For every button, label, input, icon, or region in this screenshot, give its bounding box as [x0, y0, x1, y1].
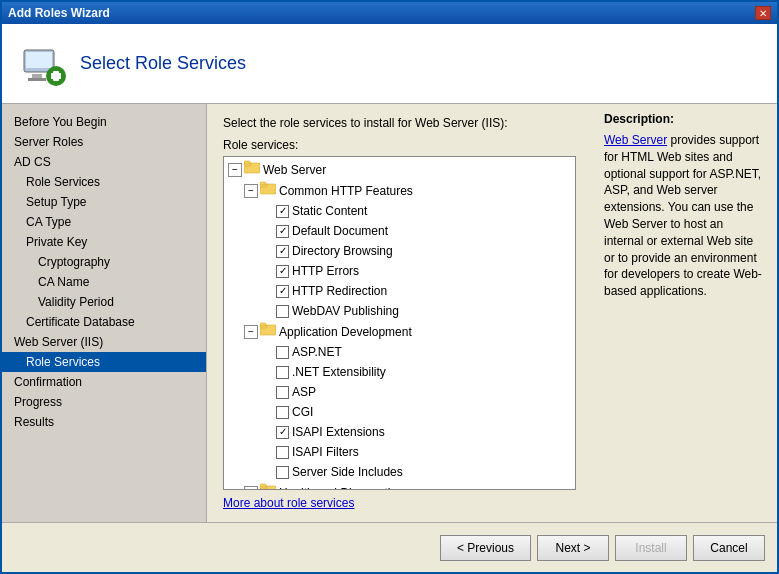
tree-checkbox[interactable]	[276, 466, 289, 479]
sidebar: Before You BeginServer RolesAD CSRole Se…	[2, 104, 207, 522]
tree-checkbox[interactable]	[276, 265, 289, 278]
tree-item-label: Server Side Includes	[292, 463, 403, 481]
folder-icon	[260, 181, 276, 200]
tree-checkbox-item[interactable]: HTTP Errors	[224, 261, 575, 281]
tree-item-label: HTTP Errors	[292, 262, 359, 280]
next-button[interactable]: Next >	[537, 535, 609, 561]
instruction-text: Select the role services to install for …	[223, 116, 576, 130]
tree-item-label: WebDAV Publishing	[292, 302, 399, 320]
wizard-footer: < Previous Next > Install Cancel	[2, 522, 777, 572]
install-button: Install	[615, 535, 687, 561]
sidebar-item[interactable]: Cryptography	[2, 252, 206, 272]
sidebar-item[interactable]: Confirmation	[2, 372, 206, 392]
svg-rect-1	[26, 52, 52, 68]
wizard-icon	[18, 40, 66, 88]
previous-button[interactable]: < Previous	[440, 535, 531, 561]
tree-checkbox[interactable]	[276, 225, 289, 238]
tree-checkbox-item[interactable]: CGI	[224, 402, 575, 422]
page-title: Select Role Services	[80, 53, 246, 74]
tree-checkbox[interactable]	[276, 366, 289, 379]
sidebar-item[interactable]: Role Services	[2, 172, 206, 192]
svg-rect-15	[260, 323, 266, 326]
tree-item-label: Common HTTP Features	[279, 182, 413, 200]
sidebar-item[interactable]: Progress	[2, 392, 206, 412]
tree-checkbox[interactable]	[276, 446, 289, 459]
tree-checkbox[interactable]	[276, 245, 289, 258]
role-services-tree[interactable]: − Web Server− Common HTTP FeaturesStatic…	[223, 156, 576, 490]
tree-checkbox-item[interactable]: HTTP Redirection	[224, 281, 575, 301]
description-link[interactable]: Web Server	[604, 133, 667, 147]
tree-item-label: ASP.NET	[292, 343, 342, 361]
svg-rect-2	[32, 74, 42, 78]
tree-checkbox-item[interactable]: ASP.NET	[224, 342, 575, 362]
sidebar-item[interactable]: CA Type	[2, 212, 206, 232]
folder-icon	[260, 483, 276, 490]
close-button[interactable]: ✕	[755, 6, 771, 20]
tree-expander[interactable]: −	[244, 486, 258, 491]
tree-checkbox-item[interactable]: ISAPI Extensions	[224, 422, 575, 442]
description-title: Description:	[604, 112, 765, 126]
tree-folder-item[interactable]: − Web Server	[224, 159, 575, 180]
window-title: Add Roles Wizard	[8, 6, 110, 20]
tree-checkbox[interactable]	[276, 386, 289, 399]
role-services-label: Role services:	[223, 138, 576, 152]
tree-item-label: Directory Browsing	[292, 242, 393, 260]
sidebar-item[interactable]: Certificate Database	[2, 312, 206, 332]
svg-rect-12	[260, 182, 266, 185]
sidebar-item[interactable]: Before You Begin	[2, 112, 206, 132]
description-text: Web Server provides support for HTML Web…	[604, 132, 765, 300]
tree-item-label: ASP	[292, 383, 316, 401]
sidebar-item[interactable]: Validity Period	[2, 292, 206, 312]
svg-rect-18	[260, 484, 266, 487]
tree-checkbox-item[interactable]: ASP	[224, 382, 575, 402]
tree-item-label: Health and Diagnostics	[279, 484, 402, 491]
sidebar-item[interactable]: Setup Type	[2, 192, 206, 212]
sidebar-item[interactable]: Server Roles	[2, 132, 206, 152]
tree-checkbox-item[interactable]: Static Content	[224, 201, 575, 221]
tree-item-label: ISAPI Filters	[292, 443, 359, 461]
tree-folder-item[interactable]: − Health and Diagnostics	[224, 482, 575, 490]
tree-item-label: Static Content	[292, 202, 367, 220]
tree-checkbox-item[interactable]: .NET Extensibility	[224, 362, 575, 382]
svg-rect-6	[51, 73, 61, 79]
wizard-header: Select Role Services	[2, 24, 777, 104]
tree-checkbox[interactable]	[276, 205, 289, 218]
tree-checkbox[interactable]	[276, 426, 289, 439]
svg-rect-9	[244, 161, 250, 164]
folder-icon	[260, 322, 276, 341]
content-area: Select the role services to install for …	[207, 104, 592, 522]
tree-checkbox[interactable]	[276, 285, 289, 298]
tree-item-label: Application Development	[279, 323, 412, 341]
tree-checkbox[interactable]	[276, 406, 289, 419]
tree-checkbox[interactable]	[276, 346, 289, 359]
tree-folder-item[interactable]: − Application Development	[224, 321, 575, 342]
main-content: Before You BeginServer RolesAD CSRole Se…	[2, 104, 777, 522]
sidebar-item[interactable]: Web Server (IIS)	[2, 332, 206, 352]
sidebar-item[interactable]: Role Services	[2, 352, 206, 372]
sidebar-item[interactable]: Private Key	[2, 232, 206, 252]
tree-folder-item[interactable]: − Common HTTP Features	[224, 180, 575, 201]
sidebar-item[interactable]: AD CS	[2, 152, 206, 172]
tree-item-label: Web Server	[263, 161, 326, 179]
tree-expander[interactable]: −	[228, 163, 242, 177]
tree-expander[interactable]: −	[244, 184, 258, 198]
svg-rect-3	[28, 78, 46, 81]
tree-item-label: CGI	[292, 403, 313, 421]
add-roles-wizard-window: Add Roles Wizard ✕ Select Role Services …	[0, 0, 779, 574]
tree-checkbox-item[interactable]: WebDAV Publishing	[224, 301, 575, 321]
tree-checkbox-item[interactable]: Default Document	[224, 221, 575, 241]
tree-checkbox[interactable]	[276, 305, 289, 318]
description-panel: Description: Web Server provides support…	[592, 104, 777, 522]
more-about-role-services-link[interactable]: More about role services	[223, 496, 576, 510]
tree-expander[interactable]: −	[244, 325, 258, 339]
sidebar-item[interactable]: Results	[2, 412, 206, 432]
folder-icon	[244, 160, 260, 179]
tree-checkbox-item[interactable]: Directory Browsing	[224, 241, 575, 261]
cancel-button[interactable]: Cancel	[693, 535, 765, 561]
tree-item-label: ISAPI Extensions	[292, 423, 385, 441]
tree-checkbox-item[interactable]: Server Side Includes	[224, 462, 575, 482]
tree-checkbox-item[interactable]: ISAPI Filters	[224, 442, 575, 462]
tree-item-label: Default Document	[292, 222, 388, 240]
description-body: provides support for HTML Web sites and …	[604, 133, 762, 298]
sidebar-item[interactable]: CA Name	[2, 272, 206, 292]
